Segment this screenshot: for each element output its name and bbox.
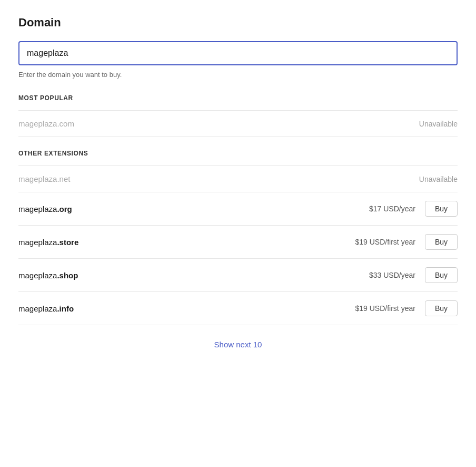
other-extensions-list: mageplaza.net Unavailable mageplaza.org … — [18, 166, 458, 325]
buy-button[interactable]: Buy — [425, 201, 458, 217]
domain-price: $17 USD/year — [369, 205, 415, 213]
domain-hint: Enter the domain you want to buy. — [18, 71, 458, 79]
domain-status: Unavailable — [419, 120, 458, 128]
domain-name: mageplaza.info — [18, 304, 74, 313]
most-popular-list: mageplaza.com Unavailable — [18, 110, 458, 137]
buy-button[interactable]: Buy — [425, 300, 458, 316]
buy-button[interactable]: Buy — [425, 267, 458, 283]
domain-price: $33 USD/year — [369, 271, 415, 279]
domain-name: mageplaza.shop — [18, 271, 78, 280]
domain-name: mageplaza.org — [18, 205, 72, 213]
table-row: mageplaza.com Unavailable — [18, 110, 458, 137]
domain-status: Unavailable — [419, 175, 458, 183]
domain-name: mageplaza.store — [18, 238, 78, 247]
show-next-container: Show next 10 — [18, 325, 458, 355]
domain-price: $19 USD/first year — [355, 304, 415, 313]
table-row: mageplaza.org $17 USD/year Buy — [18, 192, 458, 225]
other-extensions-label: OTHER EXTENSIONS — [18, 150, 458, 157]
domain-price: $19 USD/first year — [355, 238, 415, 246]
table-row: mageplaza.net Unavailable — [18, 166, 458, 192]
show-next-button[interactable]: Show next 10 — [214, 340, 262, 349]
domain-name: mageplaza.com — [18, 119, 74, 128]
table-row: mageplaza.info $19 USD/first year Buy — [18, 291, 458, 325]
table-row: mageplaza.shop $33 USD/year Buy — [18, 258, 458, 291]
domain-input[interactable] — [18, 41, 458, 65]
table-row: mageplaza.store $19 USD/first year Buy — [18, 225, 458, 258]
buy-button[interactable]: Buy — [425, 234, 458, 250]
domain-name: mageplaza.net — [18, 174, 70, 183]
most-popular-label: MOST POPULAR — [18, 94, 458, 102]
page-title: Domain — [18, 16, 458, 30]
